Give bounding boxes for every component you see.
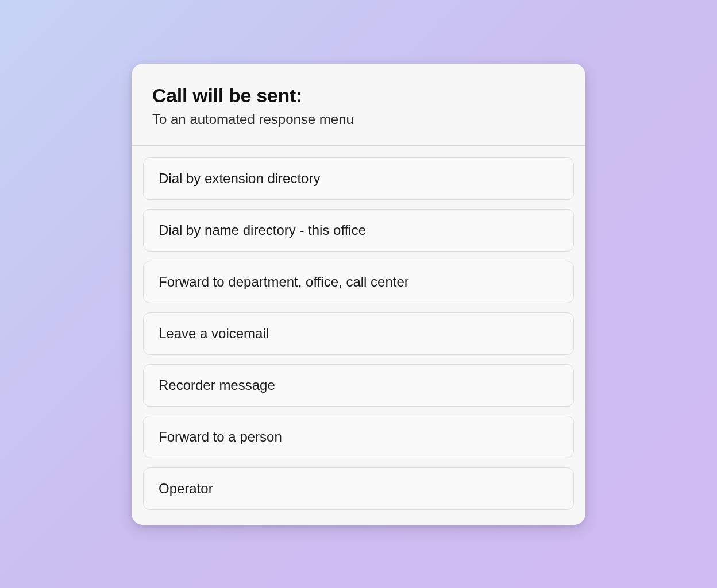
option-label: Dial by extension directory [159,171,320,186]
option-label: Forward to a person [159,429,282,444]
option-recorder-message[interactable]: Recorder message [143,364,574,407]
header-subtitle: To an automated response menu [152,111,565,127]
option-label: Dial by name directory - this office [159,222,366,238]
option-label: Leave a voicemail [159,326,269,341]
option-label: Recorder message [159,377,275,393]
header-title: Call will be sent: [152,84,565,107]
option-operator[interactable]: Operator [143,467,574,510]
option-dial-extension[interactable]: Dial by extension directory [143,157,574,200]
option-voicemail[interactable]: Leave a voicemail [143,312,574,355]
card-header: Call will be sent: To an automated respo… [132,64,585,146]
call-routing-card: Call will be sent: To an automated respo… [132,64,585,525]
option-forward-department[interactable]: Forward to department, office, call cent… [143,261,574,303]
options-list: Dial by extension directory Dial by name… [132,146,585,525]
option-label: Forward to department, office, call cent… [159,274,409,289]
option-dial-name[interactable]: Dial by name directory - this office [143,209,574,252]
option-label: Operator [159,481,213,496]
option-forward-person[interactable]: Forward to a person [143,416,574,458]
